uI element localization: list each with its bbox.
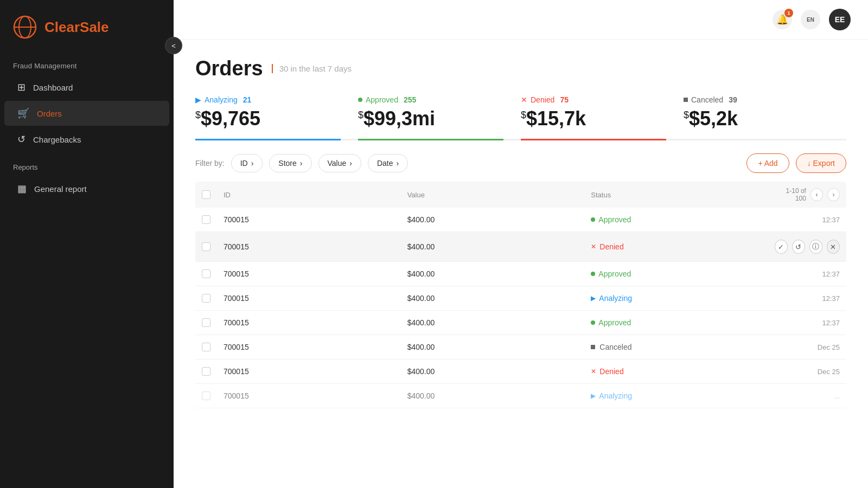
approved-dot <box>358 98 362 102</box>
row-id: 700015 <box>224 391 407 400</box>
row-checkbox-col <box>202 391 224 400</box>
row-checkbox[interactable] <box>202 242 210 251</box>
general-report-icon: ▦ <box>17 183 27 195</box>
sidebar-item-orders[interactable]: 🛒 Orders <box>4 101 169 126</box>
chevron-icon-id: › <box>251 159 254 168</box>
sidebar-item-label-orders: Orders <box>37 109 62 118</box>
main-content: 🔔 1 EN EE Orders 30 in the last 7 days ▶… <box>174 0 868 488</box>
denied-x-icon2: ✕ <box>591 368 596 375</box>
info-action-button[interactable]: ⓘ <box>809 240 822 254</box>
filter-chip-date[interactable]: Date › <box>368 154 408 172</box>
row-value: $400.00 <box>407 269 591 278</box>
row-id: 700015 <box>224 215 407 224</box>
header-checkbox-col <box>202 190 224 199</box>
filters-row: Filter by: ID › Store › Value › Date › +… <box>195 153 846 173</box>
notification-button[interactable]: 🔔 1 <box>773 10 792 29</box>
sidebar-item-label-chargebacks: Chargebacks <box>33 135 81 144</box>
sidebar-item-general-report[interactable]: ▦ General report <box>4 176 169 201</box>
row-id: 700015 <box>224 318 407 327</box>
row-checkbox[interactable] <box>202 343 210 351</box>
row-status: Approved <box>591 215 775 224</box>
language-label: EN <box>807 17 814 23</box>
row-checkbox-col <box>202 367 224 376</box>
row-time: 12:37 <box>775 294 840 303</box>
row-id: 700015 <box>224 367 407 376</box>
row-time: Dec 25 <box>775 343 840 351</box>
row-value: $400.00 <box>407 391 591 400</box>
refresh-action-button[interactable]: ↺ <box>792 240 805 254</box>
canceled-sq-icon <box>591 345 595 349</box>
filter-chip-id[interactable]: ID › <box>231 154 263 172</box>
logo-text: ClearSale <box>44 19 109 36</box>
row-status: Canceled <box>591 343 775 351</box>
row-time: 12:37 <box>775 216 840 224</box>
stat-canceled: Canceled 39 $$5,2k <box>684 95 829 139</box>
table-row[interactable]: 700015 $400.00 Approved 12:37 <box>195 262 846 286</box>
row-actions: ✓ ↺ ⓘ ✕ <box>775 240 840 254</box>
stat-analyzing: ▶ Analyzing 21 $$9,765 <box>195 95 341 139</box>
row-value: $400.00 <box>407 367 591 376</box>
close-action-button[interactable]: ✕ <box>827 240 840 254</box>
row-id: 700015 <box>224 343 407 351</box>
row-checkbox-col <box>202 215 224 224</box>
row-checkbox-col <box>202 343 224 351</box>
select-all-checkbox[interactable] <box>202 190 210 199</box>
row-checkbox-col <box>202 318 224 327</box>
row-time: 12:37 <box>775 319 840 327</box>
row-value: $400.00 <box>407 242 591 251</box>
row-value: $400.00 <box>407 294 591 303</box>
chevron-icon-store: › <box>300 159 303 168</box>
row-time: ... <box>775 392 840 400</box>
row-status: Approved <box>591 318 775 327</box>
row-status: ▶ Analyzing <box>591 391 775 400</box>
sidebar: ClearSale < Fraud Management ⊞ Dashboard… <box>0 0 174 488</box>
user-avatar[interactable]: EE <box>829 9 851 30</box>
filter-chip-store[interactable]: Store › <box>269 154 311 172</box>
next-page-button[interactable]: › <box>827 188 840 201</box>
table-row[interactable]: 700015 $400.00 ▶ Analyzing 12:37 <box>195 286 846 311</box>
row-checkbox[interactable] <box>202 215 210 224</box>
table-row[interactable]: 700015 $400.00 ✕ Denied Dec 25 <box>195 359 846 384</box>
add-button[interactable]: + Add <box>746 153 789 173</box>
section-reports: Reports <box>0 152 174 176</box>
row-status: Approved <box>591 269 775 278</box>
stat-value-canceled: $$5,2k <box>684 107 829 130</box>
row-id: 700015 <box>224 294 407 303</box>
avatar-initials: EE <box>835 15 845 24</box>
denied-x: ✕ <box>521 95 527 104</box>
table-row[interactable]: 700015 $400.00 Approved 12:37 <box>195 311 846 335</box>
status-dot <box>591 272 595 276</box>
chargebacks-icon: ↺ <box>17 133 25 145</box>
topbar: 🔔 1 EN EE <box>174 0 868 40</box>
language-button[interactable]: EN <box>801 10 820 29</box>
sidebar-item-chargebacks[interactable]: ↺ Chargebacks <box>4 127 169 152</box>
stat-label-analyzing: ▶ Analyzing 21 <box>195 95 341 104</box>
status-dot <box>591 320 595 325</box>
section-fraud-management: Fraud Management <box>0 52 174 74</box>
row-checkbox[interactable] <box>202 367 210 376</box>
sidebar-item-label-general-report: General report <box>34 184 87 194</box>
table-row[interactable]: 700015 $400.00 ▶ Analyzing ... <box>195 384 846 408</box>
table-row[interactable]: 700015 $400.00 Approved 12:37 <box>195 208 846 232</box>
row-checkbox-col <box>202 242 224 251</box>
denied-x-icon: ✕ <box>591 243 596 251</box>
row-checkbox[interactable] <box>202 269 210 278</box>
table-header: ID Value Status 1-10 of 100 ‹ › <box>195 182 846 208</box>
dashboard-icon: ⊞ <box>17 81 25 93</box>
sidebar-toggle-button[interactable]: < <box>165 37 182 54</box>
prev-page-button[interactable]: ‹ <box>810 188 823 201</box>
stat-denied: ✕ Denied 75 $$15,7k <box>521 95 666 139</box>
chevron-icon-date: › <box>397 159 399 168</box>
orders-icon: 🛒 <box>17 107 29 119</box>
sidebar-item-dashboard[interactable]: ⊞ Dashboard <box>4 75 169 100</box>
row-checkbox[interactable] <box>202 318 210 327</box>
row-checkbox[interactable] <box>202 294 210 303</box>
table-row[interactable]: 700015 $400.00 ✕ Denied ✓ ↺ ⓘ ✕ <box>195 232 846 262</box>
stat-label-canceled: Canceled 39 <box>684 95 829 104</box>
table-row[interactable]: 700015 $400.00 Canceled Dec 25 <box>195 335 846 359</box>
row-id: 700015 <box>224 269 407 278</box>
filter-chip-value[interactable]: Value › <box>318 154 361 172</box>
approve-action-button[interactable]: ✓ <box>775 240 788 254</box>
export-button[interactable]: ↓ Export <box>796 153 846 173</box>
row-checkbox[interactable] <box>202 391 210 400</box>
